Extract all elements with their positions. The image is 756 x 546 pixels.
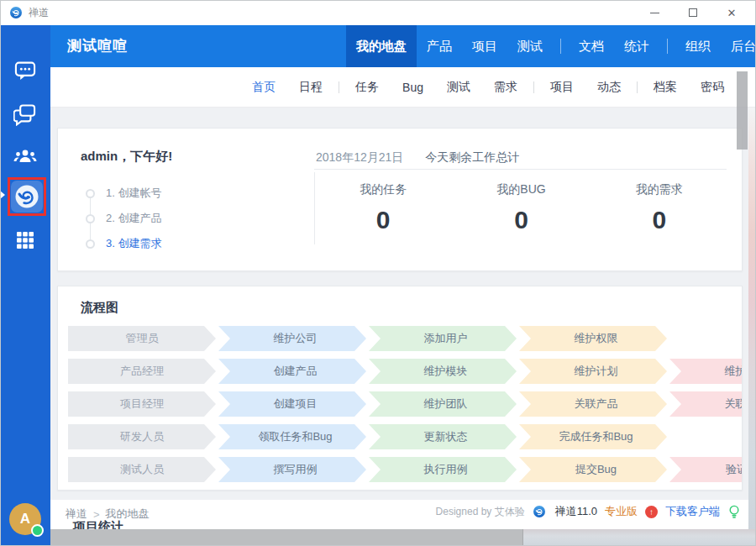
- flow-step-chip[interactable]: 领取任务和Bug: [218, 424, 366, 449]
- sub-nav-item[interactable]: 需求: [482, 80, 529, 95]
- step-dot-icon: [86, 239, 95, 249]
- flowchart-card: 流程图 管理员维护公司添加用户维护权限产品经理创建产品维护模块维护计划维护需求项…: [57, 286, 743, 491]
- flow-step-chip[interactable]: 创建产品: [218, 359, 366, 384]
- flow-row: 产品经理创建产品维护模块维护计划维护需求: [68, 359, 743, 384]
- chat-bubble-icon: [13, 71, 37, 85]
- sub-nav-item[interactable]: 测试: [435, 80, 482, 95]
- vertical-scrollbar[interactable]: [737, 71, 748, 150]
- flow-role-chip: 管理员: [68, 326, 216, 351]
- step-link[interactable]: 3. 创建需求: [106, 236, 161, 251]
- zentao-globe-icon: [533, 505, 546, 518]
- step-dot-icon: [86, 189, 95, 198]
- top-nav-item[interactable]: 统计: [614, 25, 659, 67]
- minimize-button[interactable]: [635, 0, 674, 25]
- sidebar-item-zentao[interactable]: [11, 181, 43, 213]
- stat-block: 我的需求0: [591, 176, 728, 264]
- step-link[interactable]: 2. 创建产品: [106, 211, 161, 226]
- stat-value: 0: [591, 206, 728, 234]
- sub-nav: 首页日程任务Bug测试需求项目动态档案密码: [50, 67, 756, 108]
- sidebar-item-contacts[interactable]: [13, 145, 38, 171]
- flow-step-chip[interactable]: 执行用例: [369, 457, 517, 482]
- work-stats: 我的任务0我的BUG0我的需求0: [314, 176, 728, 264]
- flow-step-chip[interactable]: 关联产品: [519, 391, 667, 417]
- maximize-icon: [689, 8, 697, 17]
- flow-step-chip[interactable]: 验证Bug: [669, 457, 743, 482]
- lightbulb-icon[interactable]: [727, 505, 741, 519]
- horizontal-scrollbar-track[interactable]: [50, 529, 756, 546]
- flow-step-chip[interactable]: 维护模块: [369, 359, 517, 384]
- version-text: 禅道11.0: [555, 504, 597, 519]
- group-chats-icon: [13, 114, 37, 129]
- flow-step-chip[interactable]: 维护团队: [369, 391, 517, 417]
- summary-title: 今天剩余工作总计: [425, 150, 519, 165]
- user-avatar[interactable]: A: [9, 503, 41, 535]
- flow-role-chip: 测试人员: [68, 457, 216, 482]
- flowchart-title: 流程图: [81, 300, 118, 316]
- flow-step-chip[interactable]: 维护公司: [218, 326, 366, 351]
- sub-nav-item[interactable]: 密码: [689, 80, 736, 95]
- top-nav-item[interactable]: 产品: [417, 25, 462, 67]
- app-sidebar: A: [0, 25, 50, 546]
- minimize-icon: [650, 13, 659, 13]
- app-header: 测试喧喧 我的地盘产品项目测试文档统计组织后台: [50, 25, 756, 67]
- stat-value: 0: [314, 206, 452, 234]
- sub-nav-item[interactable]: Bug: [391, 81, 435, 94]
- flow-row: 管理员维护公司添加用户维护权限: [68, 326, 743, 351]
- red-highlight-box: [8, 177, 46, 216]
- stat-label: 我的BUG: [452, 182, 590, 197]
- sub-nav-item[interactable]: 日程: [287, 80, 334, 95]
- edition-link[interactable]: 专业版: [605, 504, 638, 519]
- download-client-link[interactable]: 下载客户端: [665, 504, 720, 519]
- horizontal-divider: [314, 169, 727, 170]
- flow-step-chip[interactable]: 提交Bug: [519, 457, 667, 482]
- online-status-dot: [31, 524, 44, 537]
- close-button[interactable]: ✕: [712, 0, 751, 25]
- active-item-wedge: [0, 191, 5, 199]
- top-nav-item[interactable]: 组织: [675, 25, 721, 67]
- sidebar-item-apps-grid[interactable]: [15, 230, 35, 254]
- flow-step-chip[interactable]: 创建项目: [218, 391, 366, 417]
- flow-step-chip[interactable]: 撰写用例: [218, 457, 366, 482]
- horizontal-scrollbar-thumb[interactable]: [50, 529, 523, 546]
- app-title: 测试喧喧: [67, 25, 128, 67]
- top-nav-item[interactable]: 文档: [569, 25, 614, 67]
- flow-step-chip[interactable]: 维护权限: [519, 326, 667, 351]
- main-area: 测试喧喧 我的地盘产品项目测试文档统计组织后台 首页日程任务Bug测试需求项目动…: [50, 25, 756, 546]
- onboarding-step: 2. 创建产品: [86, 206, 161, 231]
- nav-divider: [637, 81, 638, 93]
- page-footer: 禅道 > 我的地盘 Designed by 艾体验 禅道11.0 专业版 ↑ 下…: [50, 500, 756, 531]
- sub-nav-item[interactable]: 动态: [585, 80, 633, 95]
- top-nav-item[interactable]: 测试: [507, 25, 553, 67]
- stat-label: 我的任务: [314, 182, 452, 197]
- stat-block: 我的BUG0: [452, 176, 590, 264]
- flow-step-chip[interactable]: 更新状态: [369, 424, 517, 449]
- maximize-button[interactable]: [674, 0, 712, 25]
- nav-divider: [560, 39, 561, 54]
- sub-nav-item[interactable]: 任务: [344, 80, 391, 95]
- flow-step-chip[interactable]: 添加用户: [369, 326, 517, 351]
- contacts-icon: [13, 155, 38, 170]
- top-nav-item[interactable]: 后台: [721, 25, 756, 67]
- sidebar-item-group-chats[interactable]: [13, 102, 37, 129]
- stat-label: 我的需求: [591, 182, 728, 197]
- step-link[interactable]: 1. 创建帐号: [106, 186, 161, 201]
- designed-by-link[interactable]: Designed by 艾体验: [436, 505, 525, 519]
- apps-grid-icon: [15, 239, 35, 253]
- flow-step-chip[interactable]: 完成任务和Bug: [519, 424, 667, 449]
- flow-step-chip[interactable]: 关联需求: [669, 391, 743, 417]
- window-title: 禅道: [29, 6, 49, 20]
- flow-role-chip: 项目经理: [68, 391, 216, 417]
- sub-nav-item[interactable]: 首页: [240, 80, 287, 95]
- sub-nav-item[interactable]: 项目: [538, 80, 585, 95]
- flow-step-chip[interactable]: 维护计划: [519, 359, 667, 384]
- flow-step-chip[interactable]: 维护需求: [669, 359, 743, 384]
- top-nav: 我的地盘产品项目测试文档统计组织后台: [346, 25, 756, 67]
- sub-nav-item[interactable]: 档案: [642, 80, 689, 95]
- upgrade-icon[interactable]: ↑: [645, 506, 658, 518]
- top-nav-item[interactable]: 我的地盘: [346, 25, 417, 67]
- today-date: 2018年12月21日: [316, 150, 403, 165]
- flow-role-chip: 产品经理: [68, 359, 216, 384]
- top-nav-item[interactable]: 项目: [462, 25, 507, 67]
- stat-value: 0: [452, 206, 590, 234]
- sidebar-item-chat[interactable]: [13, 59, 37, 86]
